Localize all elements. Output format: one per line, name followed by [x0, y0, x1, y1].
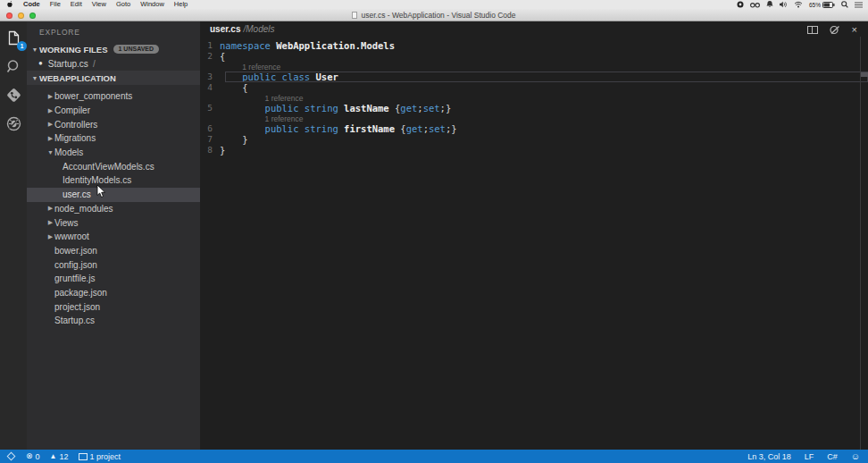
code-line-3[interactable]: 3 public class User [200, 72, 868, 82]
split-editor-icon[interactable] [807, 26, 818, 34]
search-icon[interactable] [3, 56, 24, 77]
git-icon[interactable] [3, 85, 24, 105]
error-count[interactable]: ⊗ 0 [26, 452, 40, 461]
codelens-text: 1 reference [220, 93, 868, 103]
chevron-down-icon[interactable]: ▼ [46, 149, 54, 156]
omnisharp-status-icon[interactable] [8, 453, 16, 459]
chevron-right-icon[interactable]: ▶ [46, 205, 54, 212]
tree-folder-wwwroot[interactable]: ▶wwwroot [27, 230, 200, 244]
chevron-right-icon[interactable]: ▶ [46, 121, 54, 128]
line-number: 5 [200, 103, 220, 114]
tree-item-label: node_modules [54, 204, 113, 214]
tree-file-AccountViewModels.cs[interactable]: AccountViewModels.cs [27, 159, 200, 173]
editor-tab-filename[interactable]: user.cs [210, 24, 240, 34]
code-text: public string firstName {get;set;} [220, 123, 868, 134]
debug-icon[interactable] [3, 114, 24, 134]
project-icon [79, 453, 88, 460]
code-line-6[interactable]: 6 public string firstName {get;set;} [200, 123, 868, 134]
wifi-icon[interactable] [794, 1, 803, 8]
tree-folder-Controllers[interactable]: ▶Controllers [27, 117, 200, 131]
tree-file-IdentityModels.cs[interactable]: IdentityModels.cs [27, 173, 200, 188]
tree-file-project.json[interactable]: project.json [27, 299, 200, 314]
cursor-position[interactable]: Ln 3, Col 18 [747, 452, 791, 461]
explorer-icon[interactable]: 1 [3, 28, 24, 48]
chevron-right-icon[interactable]: ▶ [46, 135, 54, 142]
language-mode[interactable]: C# [827, 452, 838, 461]
spotlight-icon[interactable] [841, 1, 848, 8]
code-line-2[interactable]: 2{ [200, 51, 868, 62]
tree-file-bower.json[interactable]: bower.json [27, 244, 200, 258]
eol-indicator[interactable]: LF [805, 452, 814, 461]
line-number: 4 [200, 82, 220, 93]
chevron-right-icon[interactable]: ▶ [46, 233, 54, 240]
scrollbar-track[interactable] [860, 37, 868, 450]
tree-item-label: Models [54, 147, 83, 157]
warning-icon: ▲ [50, 452, 57, 460]
project-selector[interactable]: 1 project [79, 452, 121, 461]
bell-icon[interactable] [766, 1, 773, 8]
tree-folder-node_modules[interactable]: ▶node_modules [27, 202, 200, 216]
chevron-down-icon: ▼ [30, 46, 39, 53]
codelens-row[interactable]: 1 reference [200, 114, 868, 123]
tree-folder-bower_components[interactable]: ▶bower_components [27, 89, 200, 104]
project-section-header[interactable]: ▼ WEBAPPLICATION [27, 71, 200, 85]
tree-item-label: bower.json [54, 246, 97, 256]
status-circle-icon[interactable] [737, 1, 744, 8]
close-editor-icon[interactable]: × [852, 26, 857, 34]
menu-items: CodeFileEditViewGotoWindowHelp [23, 0, 188, 9]
menu-view[interactable]: View [92, 0, 106, 9]
scrollbar-thumb[interactable] [861, 72, 868, 77]
working-files-header[interactable]: ▼ WORKING FILES 1 UNSAVED [27, 42, 200, 56]
battery-indicator[interactable]: 65% [809, 2, 835, 8]
glasses-icon[interactable] [750, 2, 760, 8]
vscode-workbench: 1 EXPLORE ▼ WORKING FILES 1 UNSAVED ● St… [0, 21, 868, 450]
code-line-8[interactable]: 8} [200, 145, 868, 156]
status-bar-right: Ln 3, Col 18 LF C# ☺ [747, 452, 860, 461]
line-number: 8 [200, 145, 220, 156]
tree-file-user.cs[interactable]: user.cs [27, 188, 200, 202]
preview-icon[interactable] [830, 25, 840, 35]
tree-item-label: config.json [54, 260, 97, 270]
battery-percent: 65% [809, 2, 821, 8]
zoom-window-button[interactable] [29, 13, 36, 19]
feedback-smiley-icon[interactable]: ☺ [851, 452, 860, 460]
chevron-right-icon[interactable]: ▶ [46, 107, 54, 114]
close-window-button[interactable] [6, 13, 13, 19]
warning-count[interactable]: ▲ 12 [50, 452, 69, 461]
code-text: } [220, 145, 868, 156]
chevron-right-icon[interactable]: ▶ [46, 93, 54, 100]
menu-help[interactable]: Help [174, 0, 188, 9]
status-bar-left: ⊗ 0 ▲ 12 1 project [8, 452, 121, 461]
working-file-startup[interactable]: ● Startup.cs / [27, 56, 200, 71]
tree-folder-Views[interactable]: ▶Views [27, 215, 200, 230]
menu-edit[interactable]: Edit [71, 0, 82, 9]
code-text: { [220, 51, 868, 62]
codelens-row[interactable]: 1 reference [200, 93, 868, 103]
code-line-5[interactable]: 5 public string lastName {get;set;} [200, 103, 868, 114]
code-editor[interactable]: 1namespace WebApplication.Models2{1 refe… [200, 37, 868, 156]
menu-window[interactable]: Window [140, 0, 164, 9]
volume-icon[interactable] [780, 1, 788, 8]
menu-goto[interactable]: Goto [116, 0, 130, 9]
tree-file-gruntfile.js[interactable]: gruntfile.js [27, 272, 200, 286]
tree-file-Startup.cs[interactable]: Startup.cs [27, 314, 200, 328]
notification-center-icon[interactable] [855, 2, 863, 8]
menu-file[interactable]: File [50, 0, 61, 9]
tree-item-label: IdentityModels.cs [63, 175, 131, 185]
editor-pane: user.cs /Models × 1namespace WebApplicat… [200, 21, 868, 450]
apple-menu-icon[interactable] [6, 1, 13, 9]
code-line-1[interactable]: 1namespace WebApplication.Models [200, 40, 868, 51]
minimize-window-button[interactable] [18, 13, 24, 19]
code-line-4[interactable]: 4 { [200, 82, 868, 93]
tree-folder-Models[interactable]: ▼Models [27, 146, 200, 160]
tree-file-package.json[interactable]: package.json [27, 286, 200, 300]
file-tree: ▶bower_components▶Compiler▶Controllers▶M… [27, 85, 200, 328]
tree-folder-Compiler[interactable]: ▶Compiler [27, 104, 200, 118]
code-line-7[interactable]: 7 } [200, 134, 868, 145]
codelens-row[interactable]: 1 reference [200, 62, 868, 72]
tree-folder-Migrations[interactable]: ▶Migrations [27, 131, 200, 146]
chevron-right-icon[interactable]: ▶ [46, 219, 54, 226]
menu-code[interactable]: Code [23, 0, 40, 9]
dirty-indicator-icon: ● [38, 60, 43, 67]
tree-file-config.json[interactable]: config.json [27, 257, 200, 272]
